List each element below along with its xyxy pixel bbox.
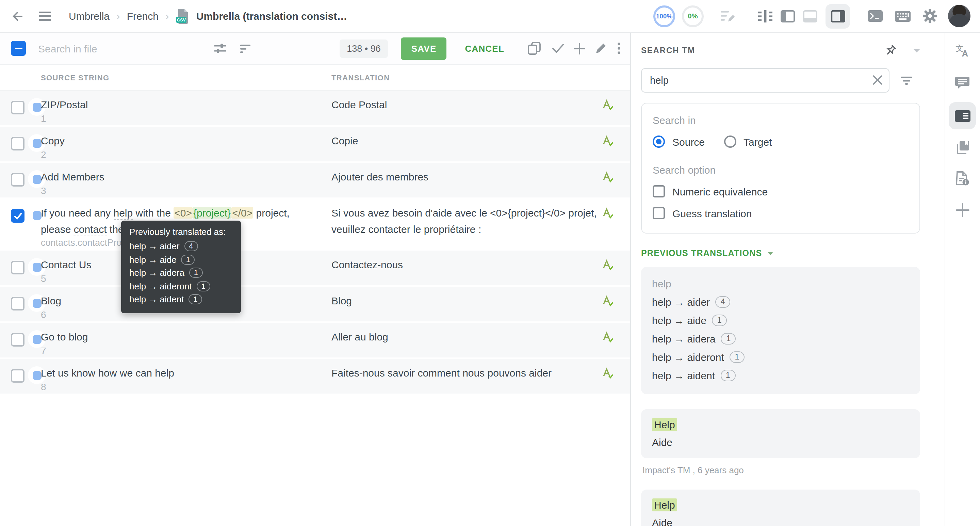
previous-translation-item[interactable]: help → aider4: [652, 293, 909, 311]
source-fragment: If you need any: [41, 207, 114, 218]
previous-translation-text: help → aident: [652, 366, 715, 385]
count-badge: 1: [197, 281, 210, 292]
previous-translation-item[interactable]: help → aide1: [652, 311, 909, 330]
right-panel-view-icon[interactable]: [826, 4, 850, 28]
row-checkbox[interactable]: [11, 333, 24, 347]
untranslated-status-icon: [32, 371, 41, 379]
previous-translations-toggle[interactable]: PREVIOUS TRANSLATIONS: [641, 249, 920, 258]
row-checkbox[interactable]: [11, 101, 24, 115]
string-key: 7: [41, 345, 46, 356]
collapse-panel-chevron-icon[interactable]: [913, 49, 920, 52]
untranslated-status-icon: [32, 298, 41, 308]
untranslated-status-icon: [32, 102, 41, 112]
tm-result-card[interactable]: HelpAide: [641, 409, 920, 458]
approve-icon[interactable]: [552, 43, 564, 53]
spellcheck-icon: [601, 295, 614, 310]
file-changes-icon[interactable]: [720, 9, 735, 23]
copy-source-icon[interactable]: [527, 41, 541, 55]
highlighted-term[interactable]: help: [114, 207, 133, 220]
topbar-actions: 100% 0%: [653, 4, 970, 28]
radio-target-label[interactable]: Target: [743, 136, 772, 147]
previous-translation-item[interactable]: help → aidera1: [652, 330, 909, 348]
keyboard-icon[interactable]: [895, 11, 911, 21]
clear-search-icon[interactable]: [872, 74, 883, 86]
tm-filter-icon[interactable]: [901, 75, 912, 86]
table-row[interactable]: Copy2Copie: [0, 127, 630, 163]
select-all-checkbox[interactable]: [11, 41, 26, 56]
add-string-icon[interactable]: [574, 43, 585, 54]
cancel-button[interactable]: CANCEL: [461, 43, 508, 54]
source-string-column-header: SOURCE STRING: [41, 73, 110, 82]
add-panel-icon[interactable]: [955, 202, 969, 217]
previous-translation-item[interactable]: help → aident1: [652, 366, 909, 385]
translation-editor-app: Umbrella › French › CSV Umbrella (transl…: [0, 0, 980, 526]
side-by-side-view-icon[interactable]: [758, 10, 772, 22]
edit-string-icon[interactable]: [595, 42, 607, 54]
string-key: 3: [41, 185, 46, 196]
terminal-icon[interactable]: [868, 10, 883, 22]
breadcrumb-project[interactable]: Umbrella: [69, 10, 110, 22]
table-row[interactable]: Add Members3Ajouter des membres: [0, 163, 630, 199]
comments-icon[interactable]: [955, 75, 970, 90]
filter-strings-icon[interactable]: [240, 43, 250, 53]
tm-search-input[interactable]: [641, 68, 889, 92]
view-switcher: [750, 4, 850, 28]
table-row[interactable]: ZIP/Postal1Code Postal: [0, 91, 630, 127]
tooltip-item-text: help → aident: [129, 293, 184, 306]
radio-source-label[interactable]: Source: [672, 136, 705, 147]
gear-icon[interactable]: [923, 9, 937, 23]
table-header: SOURCE STRING TRANSLATION: [0, 65, 630, 91]
previous-translation-item[interactable]: help → aideront1: [652, 348, 909, 366]
source-fragment: with the: [133, 207, 173, 218]
spellcheck-icon: [601, 259, 614, 274]
translation-memory-icon[interactable]: [949, 102, 976, 129]
machine-translation-icon[interactable]: 文A: [955, 43, 970, 59]
table-row[interactable]: Blog6Blog: [0, 287, 630, 323]
row-checkbox[interactable]: [11, 369, 24, 383]
file-context-icon[interactable]: [955, 171, 970, 186]
tm-result-card[interactable]: HelpAide: [641, 489, 920, 526]
guess-translation-label[interactable]: Guess translation: [672, 207, 752, 219]
numeric-equivalence-checkbox[interactable]: [653, 185, 665, 198]
file-name[interactable]: Umbrella (translation consist…: [196, 10, 347, 22]
search-in-file-input[interactable]: Search in file: [38, 43, 200, 54]
translation-text: Aller au blog: [331, 329, 597, 345]
row-checkbox[interactable]: [11, 137, 24, 150]
table-row[interactable]: Contact Us5Contactez-nous: [0, 250, 630, 287]
radio-source[interactable]: [653, 135, 665, 148]
row-checkbox[interactable]: [11, 209, 24, 223]
translated-progress-badge[interactable]: 100%: [653, 5, 675, 27]
translation-text: Contactez-nous: [331, 257, 597, 273]
avatar[interactable]: [948, 5, 970, 27]
string-key: 8: [41, 381, 46, 392]
radio-target[interactable]: [724, 135, 736, 148]
table-row[interactable]: Let us know how we can help8Faites-nous …: [0, 359, 630, 395]
count-badge: 1: [712, 315, 727, 326]
tm-results: HelpAideImpact's TM , 6 years agoHelpAid…: [641, 409, 920, 526]
kebab-menu-icon[interactable]: [617, 42, 620, 54]
row-checkbox[interactable]: [11, 261, 24, 274]
tooltip-item-text: help → aidera: [129, 266, 185, 279]
approved-progress-badge[interactable]: 0%: [682, 5, 704, 27]
source-text: ZIP/Postal: [41, 97, 316, 113]
tooltip-item: help → aident1: [129, 293, 233, 306]
numeric-equivalence-label[interactable]: Numeric equivalence: [672, 186, 768, 197]
glossary-icon[interactable]: [955, 140, 969, 155]
table-row[interactable]: Go to blog7Aller au blog: [0, 323, 630, 359]
row-checkbox[interactable]: [11, 297, 24, 311]
guess-translation-checkbox[interactable]: [653, 207, 665, 219]
csv-file-icon: CSV: [176, 8, 189, 24]
row-checkbox[interactable]: [11, 173, 24, 186]
table-row[interactable]: If you need any help with the <0>{projec…: [0, 199, 630, 250]
match-highlight: Help: [652, 499, 677, 512]
highlighted-term[interactable]: contact: [74, 223, 107, 236]
bottom-panel-view-icon[interactable]: [803, 10, 817, 22]
translation-column-header: TRANSLATION: [331, 73, 390, 82]
breadcrumb-language[interactable]: French: [127, 10, 159, 22]
save-button[interactable]: SAVE: [401, 37, 447, 60]
display-settings-icon[interactable]: [214, 42, 227, 54]
left-panel-view-icon[interactable]: [781, 10, 795, 22]
menu-icon[interactable]: [39, 11, 51, 21]
back-button[interactable]: [11, 10, 24, 22]
pin-panel-icon[interactable]: [885, 44, 897, 56]
